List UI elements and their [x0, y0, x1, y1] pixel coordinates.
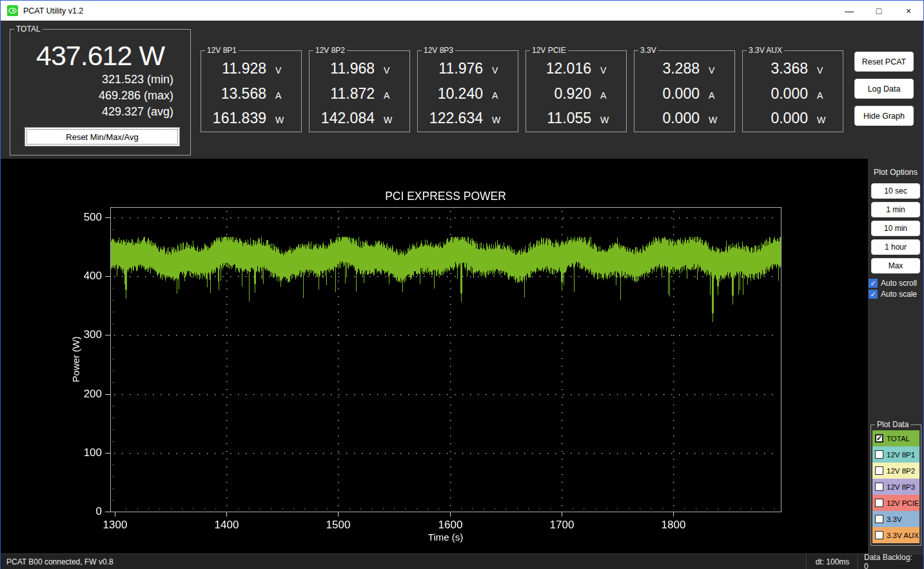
legend-row-3v3-aux[interactable]: 3.3V AUX [872, 527, 919, 543]
legend-label: 12V 8P3 [887, 483, 915, 491]
total-min-value: 321.523 (min) [10, 72, 190, 88]
reset-pcat-button[interactable]: Reset PCAT [854, 52, 914, 72]
power-value: 122.634 [429, 110, 483, 127]
minimize-button[interactable]: — [834, 1, 864, 21]
close-button[interactable]: × [894, 1, 923, 21]
legend-label: 12V 8P2 [887, 467, 915, 475]
total-panel-label: TOTAL [14, 25, 43, 34]
range-button-10min[interactable]: 10 min [871, 221, 920, 236]
voltage-value: 3.368 [771, 60, 808, 77]
legend-label: 12V 8P1 [887, 451, 915, 459]
legend-row-12v-8p3[interactable]: 12V 8P3 [872, 479, 919, 495]
power-value: 161.839 [213, 110, 266, 127]
rail-panel-12v-8p1: 12V 8P1 11.928V 13.568A 161.839W [201, 50, 302, 132]
legend-rows: ✓ TOTAL 12V 8P1 12V 8P2 12V 8P3 [872, 430, 919, 543]
top-action-buttons: Reset PCAT Log Data Hide Graph [854, 52, 914, 133]
auto-scroll-row[interactable]: ✓ Auto scroll [869, 279, 923, 288]
power-value: 0.000 [662, 110, 700, 127]
range-button-1hour[interactable]: 1 hour [871, 239, 920, 255]
legend-checkbox-12v-pcie[interactable] [875, 499, 883, 507]
log-data-button[interactable]: Log Data [854, 79, 914, 99]
legend-row-12v-8p1[interactable]: 12V 8P1 [872, 446, 919, 463]
legend-label: 3.3V AUX [887, 532, 919, 539]
auto-scroll-checkbox[interactable]: ✓ [869, 279, 878, 288]
plot-data-title: Plot Data [875, 420, 910, 429]
window-controls: — □ × [834, 1, 923, 21]
total-max-value: 469.286 (max) [10, 88, 190, 104]
voltage-unit: V [600, 65, 613, 75]
current-unit: A [709, 90, 722, 101]
legend-row-total[interactable]: ✓ TOTAL [872, 430, 919, 446]
total-power-value: 437.612 W [10, 40, 190, 72]
range-button-1min[interactable]: 1 min [871, 202, 920, 217]
auto-scroll-label: Auto scroll [881, 279, 917, 288]
legend-row-3v3[interactable]: 3.3V [872, 511, 919, 527]
plot-sidebar: Plot Options 10 sec 1 min 10 min 1 hour … [868, 159, 923, 554]
voltage-value: 11.976 [438, 60, 483, 77]
hide-graph-button[interactable]: Hide Graph [854, 106, 914, 126]
legend-checkbox-12v-8p3[interactable] [875, 483, 883, 491]
current-value: 0.000 [662, 85, 700, 103]
power-value: 142.084 [321, 110, 375, 127]
power-unit: W [492, 115, 505, 125]
main-area: Plot Options 10 sec 1 min 10 min 1 hour … [1, 159, 923, 554]
total-avg-value: 429.327 (avg) [10, 104, 190, 120]
legend-checkbox-3v3-aux[interactable] [875, 531, 883, 539]
power-unit: W [384, 115, 397, 125]
current-value: 11.872 [330, 85, 375, 103]
top-panel: TOTAL 437.612 W 321.523 (min) 469.286 (m… [1, 21, 923, 159]
voltage-value: 11.968 [330, 60, 375, 77]
current-unit: A [275, 90, 288, 101]
power-unit: W [709, 115, 722, 125]
voltage-unit: V [492, 65, 505, 75]
current-value: 13.568 [221, 85, 266, 103]
legend-row-12v-pcie[interactable]: 12V PCIE [872, 495, 919, 511]
power-unit: W [817, 115, 830, 125]
current-value: 10.240 [438, 85, 483, 103]
rail-panel-12v-8p2: 12V 8P2 11.968V 11.872A 142.084W [309, 50, 410, 132]
voltage-unit: V [275, 65, 288, 75]
rail-label: 12V PCIE [530, 46, 568, 55]
power-unit: W [600, 115, 613, 125]
voltage-unit: V [384, 65, 397, 75]
legend-row-12v-8p2[interactable]: 12V 8P2 [872, 463, 919, 479]
power-chart [1, 159, 868, 554]
power-value: 11.055 [547, 110, 591, 127]
legend-label: TOTAL [887, 435, 910, 443]
voltage-value: 12.016 [546, 60, 591, 77]
total-panel: TOTAL 437.612 W 321.523 (min) 469.286 (m… [10, 29, 191, 155]
legend-checkbox-total[interactable]: ✓ [875, 434, 883, 443]
voltage-unit: V [709, 65, 722, 75]
rail-label: 3.3V [638, 46, 658, 55]
legend-checkbox-12v-8p2[interactable] [875, 466, 883, 475]
range-button-10sec[interactable]: 10 sec [871, 183, 920, 199]
rail-panel-3v3-aux: 3.3V AUX 3.368V 0.000A 0.000W [742, 50, 843, 132]
legend-checkbox-12v-8p1[interactable] [875, 450, 883, 459]
current-value: 0.920 [554, 85, 591, 103]
status-bar: PCAT B00 connected, FW v0.8 dt: 100ms Da… [1, 554, 923, 569]
legend-label: 12V PCIE [887, 499, 919, 507]
voltage-value: 11.928 [222, 60, 266, 77]
reset-minmaxavg-button[interactable]: Reset Min/Max/Avg [25, 127, 180, 146]
current-unit: A [492, 90, 505, 101]
auto-scale-checkbox[interactable]: ✓ [869, 290, 878, 299]
voltage-unit: V [817, 65, 830, 75]
window-title: PCAT Utility v1.2 [23, 6, 83, 15]
power-chart-canvas [1, 159, 868, 554]
legend-checkbox-3v3[interactable] [875, 515, 883, 523]
rail-label: 12V 8P1 [205, 46, 239, 55]
status-connection: PCAT B00 connected, FW v0.8 [1, 554, 807, 569]
legend-label: 3.3V [887, 515, 902, 523]
auto-scale-row[interactable]: ✓ Auto scale [869, 290, 923, 299]
status-data-backlog: Data Backlog: 0 [858, 554, 923, 569]
status-dt: dt: 100ms [807, 554, 858, 569]
rail-label: 12V 8P3 [422, 46, 455, 55]
rail-panel-3v3: 3.3V 3.288V 0.000A 0.000W [634, 50, 735, 132]
plot-options-title: Plot Options [874, 168, 918, 177]
rail-panel-12v-pcie: 12V PCIE 12.016V 0.920A 11.055W [526, 50, 627, 132]
maximize-button[interactable]: □ [864, 1, 894, 21]
rail-label: 12V 8P2 [313, 46, 347, 55]
voltage-value: 3.288 [662, 60, 700, 77]
range-button-max[interactable]: Max [871, 258, 920, 274]
title-bar: PCAT Utility v1.2 — □ × [1, 1, 923, 21]
